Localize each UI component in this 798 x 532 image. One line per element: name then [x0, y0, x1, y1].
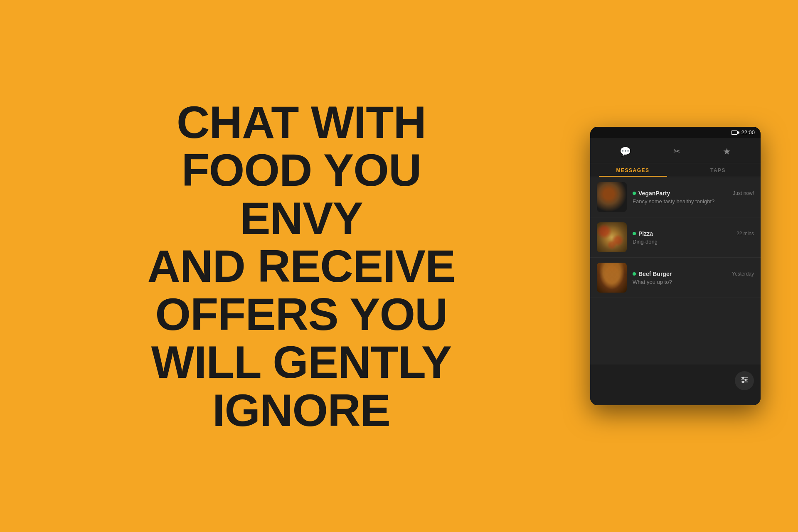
online-indicator-veganparty	[633, 192, 636, 195]
msg-preview-veganparty: Fancy some tasty healthy tonight?	[633, 198, 754, 204]
fab-container	[590, 365, 761, 397]
msg-header-beefburger: Beef Burger Yesterday	[633, 271, 754, 277]
svg-point-1	[742, 377, 744, 379]
online-indicator-pizza	[633, 232, 636, 235]
msg-time-veganparty: Just now!	[733, 190, 754, 196]
avatar-veganparty	[597, 182, 627, 212]
nav-favorites[interactable]: ★	[710, 144, 744, 160]
message-list-empty-space	[590, 298, 761, 365]
status-time: 22:00	[741, 129, 755, 135]
sender-name-veganparty: VeganParty	[638, 190, 670, 197]
discover-icon: ✂	[673, 146, 680, 156]
message-list: VeganParty Just now! Fancy some tasty he…	[590, 177, 761, 298]
avatar-beefburger	[597, 263, 627, 293]
msg-sender-pizza: Pizza	[633, 230, 653, 237]
tab-bar: MESSAGES TAPS	[590, 163, 761, 177]
msg-preview-pizza: Ding-dong	[633, 239, 754, 245]
favorites-icon: ★	[723, 146, 731, 157]
msg-time-beefburger: Yesterday	[732, 271, 754, 277]
message-item-beefburger[interactable]: Beef Burger Yesterday What you up to?	[590, 258, 761, 298]
msg-time-pizza: 22 mins	[736, 231, 754, 236]
battery-icon	[731, 131, 738, 135]
msg-preview-beefburger: What you up to?	[633, 279, 754, 285]
online-indicator-beefburger	[633, 272, 636, 276]
svg-point-5	[742, 381, 744, 383]
nav-icons-bar: 💬 ✂ ★	[590, 138, 761, 163]
tab-messages[interactable]: MESSAGES	[590, 163, 675, 177]
nav-messages[interactable]: 💬	[607, 144, 643, 160]
phone-mockup: 22:00 💬 ✂ ★ MESSAGES TAPS	[590, 127, 761, 405]
messages-icon: 💬	[620, 146, 631, 157]
msg-header-pizza: Pizza 22 mins	[633, 230, 754, 237]
status-bar: 22:00	[590, 127, 761, 138]
message-item-pizza[interactable]: Pizza 22 mins Ding-dong	[590, 217, 761, 258]
svg-point-3	[745, 379, 747, 381]
avatar-pizza	[597, 222, 627, 252]
sender-name-pizza: Pizza	[638, 230, 653, 237]
filter-fab-button[interactable]	[735, 371, 754, 390]
message-item-veganparty[interactable]: VeganParty Just now! Fancy some tasty he…	[590, 177, 761, 217]
hero-left-section: CHAT WITHFOOD YOU ENVYAND RECEIVEOFFERS …	[0, 65, 586, 468]
filter-icon	[740, 376, 749, 386]
msg-sender-veganparty: VeganParty	[633, 190, 670, 197]
msg-content-veganparty: VeganParty Just now! Fancy some tasty he…	[633, 190, 754, 204]
hero-headline: CHAT WITHFOOD YOU ENVYAND RECEIVEOFFERS …	[139, 98, 463, 434]
tab-taps[interactable]: TAPS	[675, 163, 761, 177]
msg-content-pizza: Pizza 22 mins Ding-dong	[633, 230, 754, 245]
msg-header-veganparty: VeganParty Just now!	[633, 190, 754, 197]
phone-mockup-section: 22:00 💬 ✂ ★ MESSAGES TAPS	[586, 127, 765, 405]
msg-sender-beefburger: Beef Burger	[633, 271, 672, 277]
phone-bottom-bar	[590, 397, 761, 405]
sender-name-beefburger: Beef Burger	[638, 271, 672, 277]
nav-discover[interactable]: ✂	[661, 144, 693, 160]
msg-content-beefburger: Beef Burger Yesterday What you up to?	[633, 271, 754, 285]
